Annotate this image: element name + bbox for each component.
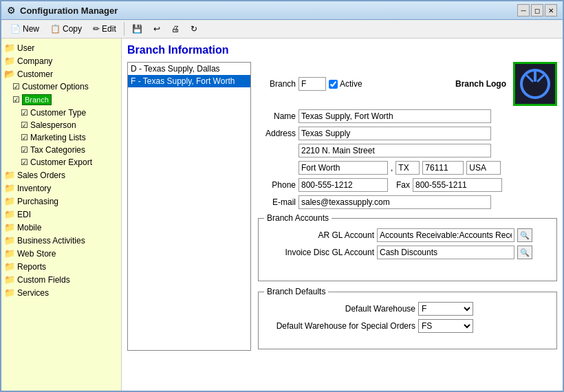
branch-list: D - Texas Supply, Dallas F - Texas Suppl… [127,62,251,351]
default-warehouse-special-select[interactable]: FS F D [418,319,473,333]
main-window: ⚙ Configuration Manager ─ ◻ ✕ 📄 New 📋 Co… [0,0,564,392]
fax-input[interactable] [413,178,502,192]
folder-icon: 📁 [4,248,15,259]
sidebar-item-reports[interactable]: 📁 Reports [1,260,121,273]
invoice-disc-row: Invoice Disc GL Account 🔍 [264,246,551,259]
default-warehouse-row: Default Warehouse F D FS [264,302,551,316]
address2-input[interactable] [299,144,491,157]
print-button[interactable]: 🖨 [166,22,184,36]
form-section: Branch Active Branch Logo [251,62,557,355]
logo-svg [518,67,552,101]
folder-icon: 📁 [4,261,15,272]
name-row: Name [258,109,557,123]
branch-row: Branch Active Branch Logo [258,62,557,106]
sidebar-item-custom-fields[interactable]: 📁 Custom Fields [1,273,121,286]
copy-button[interactable]: 📋 Copy [45,22,87,36]
sidebar-item-edi[interactable]: 📁 EDI [1,208,121,221]
back-icon: ↩ [153,24,160,34]
item-icon: ☑ [21,145,28,155]
app-icon: ⚙ [7,5,16,16]
branch-list-item-dallas[interactable]: D - Texas Supply, Dallas [128,63,250,75]
sidebar-item-inventory[interactable]: 📁 Inventory [1,182,121,195]
address-row-2 [258,144,557,157]
sidebar-item-branch[interactable]: ☑ Branch [1,93,121,107]
ar-gl-row: AR GL Account 🔍 [264,228,551,242]
sidebar-item-tax-categories[interactable]: ☑ Tax Categories [1,144,121,156]
new-button[interactable]: 📄 New [6,22,44,36]
refresh-button[interactable]: ↻ [186,22,202,36]
sidebar-item-marketing-lists[interactable]: ☑ Marketing Lists [1,131,121,144]
item-icon: ☑ [21,157,28,167]
sidebar-item-services[interactable]: 📁 Services [1,286,121,299]
state-input[interactable] [395,161,420,175]
email-input[interactable] [299,195,491,209]
folder-open-icon: 📂 [4,69,15,79]
sidebar-item-salesperson[interactable]: ☑ Salesperson [1,119,121,131]
edit-icon: ✏ [93,24,100,34]
sidebar-item-customer-export[interactable]: ☑ Customer Export [1,156,121,168]
invoice-disc-search-button[interactable]: 🔍 [517,246,532,259]
save-icon: 💾 [132,24,142,34]
edit-button[interactable]: ✏ Edit [88,22,121,36]
sidebar-item-customer[interactable]: 📂 Customer [1,67,121,80]
item-icon: ☑ [12,95,20,105]
default-warehouse-select[interactable]: F D FS [418,302,473,316]
sidebar-item-company[interactable]: 📁 Company [1,54,121,67]
window-title: Configuration Manager [20,6,513,16]
branch-input[interactable] [299,77,326,91]
address-row-1: Address [258,127,557,140]
sidebar-item-customer-options[interactable]: ☑ Customer Options [1,80,121,93]
address-label: Address [258,129,296,138]
folder-icon: 📁 [4,183,15,193]
zip-input[interactable] [422,161,464,175]
sidebar-item-mobile[interactable]: 📁 Mobile [1,221,121,234]
ar-gl-search-button[interactable]: 🔍 [517,228,532,242]
restore-button[interactable]: ◻ [531,4,543,17]
phone-input[interactable] [299,178,388,192]
name-input[interactable] [299,109,491,123]
active-checkbox[interactable] [329,80,338,89]
back-button[interactable]: ↩ [149,22,165,36]
item-icon: ☑ [12,82,20,91]
refresh-icon: ↻ [191,24,197,34]
item-icon: ☑ [21,133,28,142]
folder-icon: 📁 [4,43,15,53]
title-bar: ⚙ Configuration Manager ─ ◻ ✕ [1,1,563,20]
print-icon: 🖨 [171,24,180,34]
address1-input[interactable] [299,127,491,140]
phone-label: Phone [258,180,296,190]
country-input[interactable] [466,161,501,175]
phone-row: Phone Fax [258,178,557,192]
ar-gl-input[interactable] [377,228,514,242]
toolbar-separator [124,22,124,36]
minimize-button[interactable]: ─ [517,4,530,17]
folder-icon: 📁 [4,287,15,298]
sidebar-item-user[interactable]: 📁 User [1,41,121,54]
sidebar-item-web-store[interactable]: 📁 Web Store [1,247,121,260]
item-icon: ☑ [21,108,28,118]
sidebar-item-sales-orders[interactable]: 📁 Sales Orders [1,168,121,182]
section-title: Branch Information [127,44,557,56]
content-layout: D - Texas Supply, Dallas F - Texas Suppl… [127,62,557,355]
close-button[interactable]: ✕ [545,4,557,17]
sidebar: 📁 User 📁 Company 📂 Customer ☑ Customer O… [1,39,122,391]
email-label: E-mail [258,197,296,207]
folder-icon: 📁 [4,274,15,285]
invoice-disc-label: Invoice Disc GL Account [264,248,374,257]
active-label: Active [329,79,362,89]
sidebar-item-purchasing[interactable]: 📁 Purchasing [1,195,121,208]
folder-icon: 📁 [4,170,15,180]
copy-icon: 📋 [50,24,61,34]
invoice-disc-input[interactable] [377,246,514,259]
branch-logo-label: Branch Logo [455,79,506,89]
save-button[interactable]: 💾 [127,22,147,36]
branch-logo-box[interactable] [513,62,557,106]
sidebar-item-business-activities[interactable]: 📁 Business Activities [1,234,121,247]
branch-list-item-fort-worth[interactable]: F - Texas Supply, Fort Worth [128,75,250,87]
default-warehouse-label: Default Warehouse [264,304,415,314]
city-input[interactable] [299,161,388,175]
item-icon: ☑ [21,120,28,130]
folder-icon: 📁 [4,56,15,66]
sidebar-item-customer-type[interactable]: ☑ Customer Type [1,107,121,119]
new-icon: 📄 [10,24,21,34]
